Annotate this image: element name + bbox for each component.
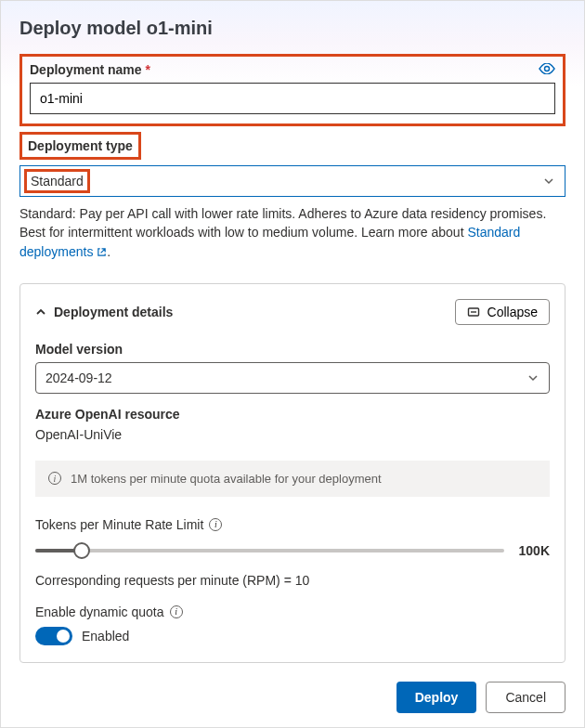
chevron-up-icon bbox=[35, 306, 46, 318]
quota-banner: i 1M tokens per minute quota available f… bbox=[35, 461, 550, 497]
deployment-type-description: Standard: Pay per API call with lower ra… bbox=[20, 204, 566, 261]
required-indicator: * bbox=[146, 62, 150, 77]
rate-limit-label: Tokens per Minute Rate Limit bbox=[35, 517, 203, 532]
resource-label: Azure OpenAI resource bbox=[35, 407, 550, 422]
deployment-name-section: Deployment name * bbox=[20, 54, 566, 126]
collapse-icon bbox=[467, 306, 480, 318]
model-version-label: Model version bbox=[35, 342, 550, 357]
external-link-icon bbox=[97, 247, 107, 257]
deployment-type-label: Deployment type bbox=[20, 132, 141, 160]
dialog-footer: Deploy Cancel bbox=[20, 663, 566, 713]
resource-value: OpenAI-UniVie bbox=[35, 427, 550, 442]
info-icon[interactable]: i bbox=[209, 518, 222, 531]
deployment-type-value: Standard bbox=[24, 169, 90, 193]
toggle-knob bbox=[57, 630, 70, 643]
dynamic-quota-toggle[interactable] bbox=[35, 627, 72, 645]
deployment-name-label: Deployment name * bbox=[30, 62, 150, 77]
info-icon[interactable]: i bbox=[170, 605, 183, 618]
dialog-title: Deploy model o1-mini bbox=[20, 18, 566, 39]
dynamic-quota-state: Enabled bbox=[82, 629, 129, 644]
chevron-down-icon bbox=[526, 371, 540, 384]
panel-toggle[interactable]: Deployment details bbox=[35, 305, 173, 319]
cancel-button[interactable]: Cancel bbox=[486, 682, 566, 713]
dialog-header: Deploy model o1-mini bbox=[1, 1, 584, 54]
panel-title: Deployment details bbox=[54, 305, 173, 319]
chevron-down-icon bbox=[542, 175, 555, 188]
deployment-name-input[interactable] bbox=[30, 83, 555, 114]
rate-limit-value: 100K bbox=[519, 543, 550, 558]
rate-limit-slider[interactable] bbox=[35, 541, 504, 560]
info-icon: i bbox=[48, 472, 61, 485]
deployment-details-panel: Deployment details Collapse Model versio… bbox=[20, 283, 566, 663]
deployment-type-select[interactable]: Standard bbox=[20, 165, 566, 197]
visibility-icon[interactable] bbox=[539, 62, 555, 77]
slider-thumb[interactable] bbox=[73, 542, 90, 559]
svg-point-0 bbox=[545, 67, 550, 72]
model-version-select[interactable]: 2024-09-12 bbox=[35, 362, 550, 394]
deploy-button[interactable]: Deploy bbox=[396, 682, 477, 713]
collapse-button[interactable]: Collapse bbox=[455, 299, 550, 325]
model-version-value: 2024-09-12 bbox=[46, 370, 112, 385]
rpm-text: Corresponding requests per minute (RPM) … bbox=[35, 573, 550, 588]
dynamic-quota-label: Enable dynamic quota bbox=[35, 604, 164, 619]
